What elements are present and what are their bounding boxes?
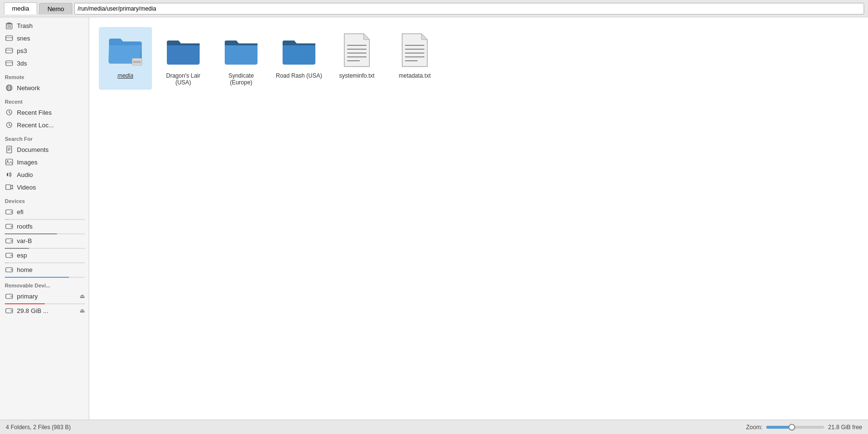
file-item-media[interactable]: media <box>99 27 152 90</box>
sidebar-item-documents[interactable]: Documents <box>0 143 89 156</box>
device-bar-home <box>5 277 85 278</box>
svg-point-43 <box>11 310 12 311</box>
documents-icon <box>5 145 14 154</box>
text-file-icon-systeminfo <box>338 31 376 69</box>
file-label-metadata: metadata.txt <box>399 72 431 79</box>
eject-icon-primary[interactable]: ⏏ <box>80 293 85 299</box>
sidebar-item-primary[interactable]: primary ⏏ <box>0 290 89 304</box>
sidebar-item-network-label: Network <box>17 84 40 92</box>
status-bar: 4 Folders, 2 Files (983 B) Zoom: 21.8 Gi… <box>0 420 868 434</box>
text-file-icon-metadata <box>395 31 434 69</box>
svg-point-35 <box>11 240 12 241</box>
drive-icon-ps3 <box>5 46 14 55</box>
sidebar-item-var-b[interactable]: var-B <box>0 234 89 249</box>
sidebar-item-snes-label: snes <box>17 35 30 42</box>
location-bar[interactable] <box>74 3 864 14</box>
top-bar: media Nemo <box>0 0 868 17</box>
sidebar-item-rootfs[interactable]: rootfs <box>0 220 89 234</box>
file-label-road-rash: Road Rash (USA) <box>276 72 322 79</box>
section-label-recent: Recent <box>0 94 89 106</box>
section-label-search-for: Search For <box>0 131 89 143</box>
drive-icon-snes <box>5 34 14 42</box>
svg-rect-34 <box>6 239 13 243</box>
trash-icon <box>5 21 14 30</box>
main-layout: Trash snes ps3 <box>0 17 868 420</box>
svg-rect-44 <box>132 58 142 65</box>
recent-files-icon <box>5 108 14 117</box>
drive-icon-rootfs <box>5 222 14 231</box>
sidebar-item-audio[interactable]: Audio <box>0 168 89 181</box>
videos-icon <box>5 183 14 191</box>
zoom-label: Zoom: <box>746 424 762 431</box>
sidebar-item-29gb[interactable]: 29.8 GiB ... ⏏ <box>0 304 89 317</box>
sidebar-item-primary-label: primary <box>17 293 38 300</box>
audio-icon <box>5 170 14 179</box>
zoom-slider-fill <box>766 426 789 429</box>
tab-nemo[interactable]: Nemo <box>39 3 72 14</box>
drive-icon-primary <box>5 292 14 300</box>
sidebar-item-images[interactable]: Images <box>0 156 89 168</box>
svg-rect-38 <box>6 268 13 272</box>
file-label-systeminfo: systeminfo.txt <box>339 72 374 79</box>
svg-point-39 <box>11 269 12 270</box>
sidebar-item-audio-label: Audio <box>17 171 33 178</box>
sidebar-item-ps3[interactable]: ps3 <box>0 44 89 57</box>
sidebar-item-efi[interactable]: efi <box>0 205 89 220</box>
sidebar-item-3ds-label: 3ds <box>17 60 27 67</box>
recent-locations-icon <box>5 121 14 129</box>
file-item-dragons-lair[interactable]: Dragon's Lair (USA) <box>157 27 210 90</box>
zoom-slider[interactable] <box>766 426 824 429</box>
svg-point-41 <box>11 296 12 297</box>
status-info: 4 Folders, 2 Files (983 B) <box>6 424 71 431</box>
sidebar-item-trash[interactable]: Trash <box>0 19 89 32</box>
svg-rect-32 <box>6 224 13 229</box>
sidebar-item-network[interactable]: Network <box>0 81 89 94</box>
sidebar-item-videos-label: Videos <box>17 184 36 191</box>
svg-rect-40 <box>6 294 13 298</box>
sidebar-item-images-label: Images <box>17 159 38 166</box>
sidebar-item-var-b-label: var-B <box>17 237 32 244</box>
drive-icon-var-b <box>5 236 14 245</box>
sidebar-item-recent-locations-label: Recent Loc... <box>17 122 54 129</box>
section-label-removable: Removable Devi... <box>0 278 89 290</box>
svg-rect-10 <box>6 61 13 66</box>
file-item-metadata[interactable]: metadata.txt <box>388 27 441 90</box>
file-item-road-rash[interactable]: Road Rash (USA) <box>272 27 326 90</box>
sidebar-item-3ds[interactable]: 3ds <box>0 57 89 69</box>
sidebar-item-rootfs-label: rootfs <box>17 223 33 230</box>
images-icon <box>5 158 14 166</box>
drive-icon-29gb <box>5 306 14 315</box>
svg-rect-42 <box>6 309 13 313</box>
sidebar-item-recent-locations[interactable]: Recent Loc... <box>0 119 89 131</box>
sidebar-item-recent-files-label: Recent Files <box>17 109 52 116</box>
sidebar-item-recent-files[interactable]: Recent Files <box>0 106 89 119</box>
svg-rect-29 <box>6 185 11 190</box>
file-item-systeminfo[interactable]: systeminfo.txt <box>330 27 383 90</box>
drive-icon-esp <box>5 251 14 259</box>
free-space: 21.8 GiB free <box>828 424 862 431</box>
sidebar-item-home-label: home <box>17 266 33 273</box>
sidebar-item-home[interactable]: home <box>0 263 89 278</box>
folder-open-icon-media <box>106 31 145 69</box>
sidebar-item-esp[interactable]: esp <box>0 249 89 263</box>
sidebar-item-documents-label: Documents <box>17 146 49 153</box>
section-label-devices: Devices <box>0 193 89 205</box>
tab-media[interactable]: media <box>4 2 37 14</box>
drive-icon-3ds <box>5 59 14 68</box>
svg-point-31 <box>11 211 12 212</box>
drive-icon-home <box>5 265 14 274</box>
svg-rect-36 <box>6 253 13 258</box>
eject-icon-29gb[interactable]: ⏏ <box>80 307 85 314</box>
svg-line-22 <box>9 125 11 126</box>
file-label-media: media <box>118 72 134 79</box>
sidebar-item-videos[interactable]: Videos <box>0 181 89 193</box>
sidebar-item-ps3-label: ps3 <box>17 47 27 54</box>
svg-rect-6 <box>6 36 13 41</box>
sidebar: Trash snes ps3 <box>0 17 89 420</box>
zoom-section: Zoom: 21.8 GiB free <box>746 424 862 431</box>
zoom-thumb[interactable] <box>788 424 795 431</box>
sidebar-item-snes[interactable]: snes <box>0 32 89 44</box>
svg-line-19 <box>9 113 11 114</box>
file-item-syndicate[interactable]: Syndicate (Europe) <box>215 27 268 90</box>
folder-icon-syndicate <box>222 31 260 69</box>
